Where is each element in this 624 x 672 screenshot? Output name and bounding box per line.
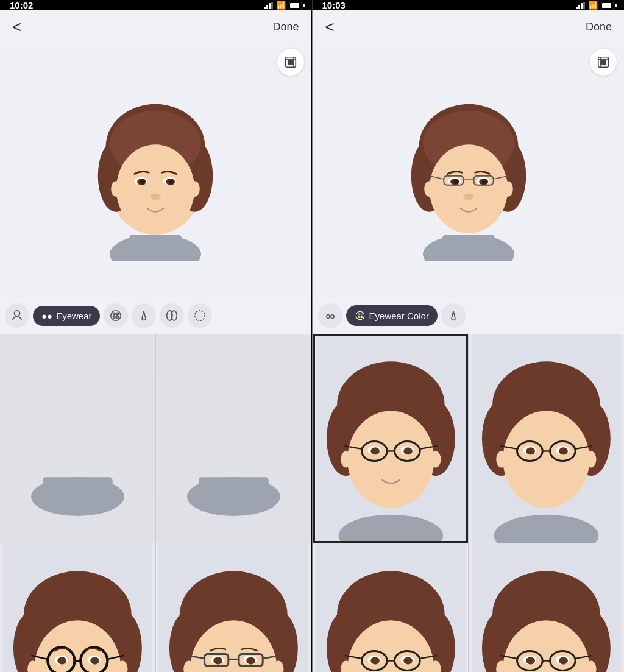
svg-rect-39 xyxy=(199,477,269,504)
left-avatar-figure xyxy=(88,78,222,261)
right-style-button[interactable] xyxy=(590,49,617,76)
svg-rect-1 xyxy=(288,59,293,65)
svg-point-138 xyxy=(430,451,441,467)
left-grid-cell-3[interactable] xyxy=(0,543,155,672)
right-time: 10:03 xyxy=(322,0,346,10)
svg-point-49 xyxy=(57,657,66,665)
svg-point-172 xyxy=(403,657,413,665)
svg-rect-7 xyxy=(129,235,182,261)
svg-point-19 xyxy=(169,179,174,185)
svg-point-22 xyxy=(190,181,200,197)
svg-point-24 xyxy=(111,311,121,321)
right-status-icons: 📶 xyxy=(576,1,614,10)
left-style-button[interactable] xyxy=(277,49,304,76)
svg-point-120 xyxy=(502,181,512,197)
svg-point-189 xyxy=(526,657,536,665)
left-tool-ears[interactable] xyxy=(160,303,184,328)
svg-point-111 xyxy=(453,179,458,185)
svg-point-135 xyxy=(370,447,380,454)
right-wifi-icon: 📶 xyxy=(588,1,598,10)
left-tool-nose[interactable] xyxy=(132,303,156,328)
svg-point-132 xyxy=(347,411,434,508)
svg-point-18 xyxy=(140,179,146,185)
left-grid-cell-2[interactable] xyxy=(156,334,311,543)
svg-point-20 xyxy=(151,194,161,200)
svg-point-121 xyxy=(356,311,364,320)
svg-point-154 xyxy=(559,447,568,454)
left-wifi-icon: 📶 xyxy=(276,1,286,10)
left-status-icons: 📶 xyxy=(264,1,302,10)
glasses-outline-icon: oo xyxy=(326,311,335,320)
svg-point-13 xyxy=(116,144,195,233)
svg-point-137 xyxy=(341,451,351,467)
svg-point-67 xyxy=(213,657,222,665)
right-grid-cell-1[interactable] xyxy=(313,334,469,543)
svg-point-119 xyxy=(424,181,434,197)
left-battery-icon xyxy=(289,2,302,9)
left-grid-area xyxy=(0,334,311,672)
status-bars: 10:02 📶 10:03 📶 xyxy=(0,0,624,10)
right-signal-icon xyxy=(576,2,585,9)
right-battery-icon xyxy=(601,2,614,9)
svg-point-124 xyxy=(357,316,360,318)
right-eyewear-color-label: Eyewear Color xyxy=(369,311,429,321)
svg-point-123 xyxy=(360,313,363,316)
left-grid-cell-1[interactable] xyxy=(0,334,155,543)
svg-point-112 xyxy=(481,179,487,185)
right-grid-cell-2[interactable] xyxy=(469,334,624,543)
palette-icon xyxy=(355,310,366,321)
svg-point-171 xyxy=(370,657,380,665)
svg-point-23 xyxy=(14,311,20,316)
svg-point-150 xyxy=(503,411,590,508)
svg-point-125 xyxy=(360,316,363,318)
right-grid-area xyxy=(313,334,625,672)
svg-point-21 xyxy=(111,181,121,197)
left-nav-bar: < Done xyxy=(0,10,311,41)
right-tool-eyewear-color[interactable]: Eyewear Color xyxy=(346,305,438,326)
svg-rect-95 xyxy=(600,59,606,65)
right-nav-bar: < Done xyxy=(313,10,625,41)
svg-point-122 xyxy=(357,313,360,316)
left-status-bar: 10:02 📶 xyxy=(0,0,312,10)
left-tool-palette[interactable] xyxy=(104,303,128,328)
svg-rect-36 xyxy=(43,477,113,504)
svg-point-156 xyxy=(586,451,597,467)
right-panel: < Done xyxy=(313,10,625,672)
svg-point-136 xyxy=(403,447,413,454)
left-avatar-grid xyxy=(0,334,311,672)
svg-point-26 xyxy=(116,313,119,315)
right-done-button[interactable]: Done xyxy=(586,21,612,34)
left-grid-cell-4[interactable] xyxy=(156,543,311,672)
svg-point-68 xyxy=(246,657,255,665)
svg-point-28 xyxy=(116,316,119,319)
right-tool-glasses-outline[interactable]: oo xyxy=(318,303,342,328)
left-tool-eyewear[interactable]: ●● Eyewear xyxy=(33,306,100,326)
svg-point-27 xyxy=(113,316,116,319)
svg-point-25 xyxy=(113,313,116,315)
left-avatar-preview xyxy=(0,41,311,297)
right-status-bar: 10:03 📶 xyxy=(312,0,625,10)
right-grid-cell-3[interactable] xyxy=(313,543,469,672)
left-done-button[interactable]: Done xyxy=(272,21,299,34)
left-tool-face[interactable] xyxy=(5,303,29,328)
svg-rect-101 xyxy=(442,235,495,261)
right-avatar-figure xyxy=(402,78,536,261)
right-grid-cell-4[interactable] xyxy=(469,543,624,672)
left-time: 10:02 xyxy=(10,0,33,10)
svg-rect-128 xyxy=(362,517,419,543)
svg-point-155 xyxy=(496,451,506,467)
left-tool-chin[interactable] xyxy=(188,303,212,328)
left-signal-icon xyxy=(264,2,273,9)
left-back-button[interactable]: < xyxy=(12,18,21,37)
right-tool-nose[interactable] xyxy=(441,303,466,328)
right-toolbar: oo Eyewear Color xyxy=(313,297,625,334)
left-eyewear-label: Eyewear xyxy=(56,311,91,321)
left-toolbar: ●● Eyewear xyxy=(0,297,311,334)
svg-point-106 xyxy=(429,144,508,233)
svg-rect-146 xyxy=(518,517,575,543)
svg-point-50 xyxy=(90,657,99,665)
main-content: < Done xyxy=(0,10,624,672)
right-back-button[interactable]: < xyxy=(325,18,335,37)
left-eyewear-glasses-icon: ●● xyxy=(41,311,52,321)
svg-point-33 xyxy=(195,311,205,321)
